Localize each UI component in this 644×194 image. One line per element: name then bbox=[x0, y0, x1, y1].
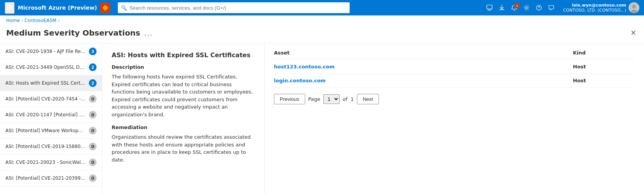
main-layout: ASI: CVE-2020-1938 - AJP File Re... 3 AS… bbox=[0, 43, 644, 194]
page-select[interactable]: 1 bbox=[323, 94, 340, 104]
list-item[interactable]: ASI: CVE-2021-20023 - SonicWall ... 0 bbox=[0, 155, 102, 170]
list-item-label: ASI: CVE-2021-20023 - SonicWall ... bbox=[5, 160, 86, 165]
asset-link[interactable]: host123.contoso.com bbox=[274, 64, 335, 70]
description-label: Description bbox=[112, 64, 255, 70]
page-title: Medium Severity Observations bbox=[6, 28, 140, 37]
breadcrumb-home[interactable]: Home bbox=[6, 18, 20, 23]
settings-button[interactable] bbox=[521, 3, 532, 12]
asset-table: Asset Kind host123.contoso.com Host logi… bbox=[265, 44, 644, 194]
top-navigation: ☰ Microsoft Azure (Preview) 🔶 🔍 1 lois.w… bbox=[0, 0, 644, 15]
hamburger-menu[interactable]: ☰ bbox=[5, 2, 15, 14]
breadcrumb-contoso[interactable]: ContosoEASM bbox=[24, 18, 56, 23]
list-item-label: ASI: [Potential] VMware Workspac... bbox=[5, 128, 86, 133]
list-item-label: ASI: CVE-2021-3449 OpenSSL De... bbox=[5, 65, 86, 70]
list-item-label: ASI: Hosts with Expired SSL Certifi... bbox=[5, 80, 86, 86]
svg-rect-0 bbox=[487, 5, 492, 9]
col-header-kind: Kind bbox=[573, 50, 635, 56]
list-item-badge: 0 bbox=[89, 174, 97, 182]
list-item-label: ASI: CVE-2020-1938 - AJP File Re... bbox=[5, 49, 86, 54]
list-item-label: ASI: [Potential] CVE-2020-7454 - ... bbox=[5, 96, 86, 102]
user-avatar bbox=[629, 2, 639, 13]
list-item[interactable]: ASI: Hosts with Expired SSL Certifi... 2 bbox=[0, 75, 102, 91]
list-item-label: ASI: [Potential] CVE-2021-20399 -... bbox=[5, 175, 86, 181]
detail-description: ASI: Hosts with Expired SSL Certificates… bbox=[102, 44, 265, 194]
page-label: Page bbox=[308, 96, 320, 102]
list-item-badge: 0 bbox=[89, 111, 97, 119]
list-item[interactable]: ASI: [Potential] CVE-2019-15880 -... 0 bbox=[0, 139, 102, 155]
list-item-badge: 2 bbox=[89, 63, 97, 71]
help-button[interactable] bbox=[534, 3, 544, 12]
app-title: Microsoft Azure (Preview) bbox=[18, 5, 97, 11]
asset-link[interactable]: login.contoso.com bbox=[274, 78, 326, 83]
list-item[interactable]: ASI: CVE-2020-1938 - AJP File Re... 3 bbox=[0, 44, 102, 60]
more-options-button[interactable]: ... bbox=[144, 29, 153, 37]
list-item-badge: 3 bbox=[89, 48, 97, 55]
of-label: of bbox=[343, 96, 348, 102]
svg-point-6 bbox=[539, 9, 539, 9]
top-nav-actions: 1 bbox=[484, 3, 557, 12]
next-button[interactable]: Next bbox=[357, 94, 379, 104]
remediation-text: Organizations should review the certific… bbox=[112, 133, 255, 163]
breadcrumb-sep-2: › bbox=[58, 19, 59, 23]
svg-point-8 bbox=[632, 5, 636, 9]
list-item-badge: 0 bbox=[89, 158, 97, 166]
breadcrumb: Home › ContosoEASM › bbox=[0, 15, 644, 26]
sidebar-list: ASI: CVE-2020-1938 - AJP File Re... 3 AS… bbox=[0, 44, 102, 194]
description-text: The following hosts have expired SSL Cer… bbox=[112, 73, 255, 118]
table-row: host123.contoso.com Host bbox=[274, 60, 635, 74]
list-item[interactable]: ASI: CVE-2021-3449 OpenSSL De... 2 bbox=[0, 60, 102, 75]
list-item-badge: 0 bbox=[89, 127, 97, 134]
app-icon: 🔶 bbox=[100, 3, 110, 13]
previous-button[interactable]: Previous bbox=[274, 94, 305, 104]
list-item-badge: 2 bbox=[89, 79, 97, 87]
notifications-button[interactable]: 1 bbox=[509, 3, 520, 12]
col-header-asset: Asset bbox=[274, 50, 573, 56]
monitor-button[interactable] bbox=[484, 3, 495, 12]
list-item-label: ASI: [Potential] CVE-2019-15880 -... bbox=[5, 144, 86, 149]
close-button[interactable]: ✕ bbox=[629, 27, 638, 39]
list-item[interactable]: ASI: [Potential] VMware Workspac... 0 bbox=[0, 123, 102, 139]
breadcrumb-sep-1: › bbox=[21, 19, 23, 23]
page-dropdown[interactable]: 1 bbox=[323, 94, 340, 104]
detail-title: ASI: Hosts with Expired SSL Certificates bbox=[112, 51, 255, 59]
asset-cell: login.contoso.com bbox=[274, 78, 573, 83]
pagination: Previous Page 1 of 1 Next bbox=[274, 94, 635, 104]
user-org: CONTOSO, LTD. (CONTOSO...) bbox=[563, 8, 626, 13]
remediation-label: Remediation bbox=[112, 124, 255, 130]
content-area: ASI: Hosts with Expired SSL Certificates… bbox=[102, 44, 644, 194]
feedback-button[interactable] bbox=[546, 3, 557, 12]
search-bar[interactable]: 🔍 bbox=[118, 2, 350, 13]
svg-point-4 bbox=[526, 7, 528, 9]
search-input[interactable] bbox=[129, 5, 347, 11]
table-row: login.contoso.com Host bbox=[274, 74, 635, 88]
search-icon: 🔍 bbox=[121, 5, 127, 11]
notification-badge: 1 bbox=[514, 3, 520, 9]
table-header: Asset Kind bbox=[274, 50, 635, 59]
user-email: lois.wyn@contoso.com bbox=[563, 3, 626, 8]
page-header: Medium Severity Observations ... ✕ bbox=[0, 26, 644, 43]
asset-cell: host123.contoso.com bbox=[274, 64, 573, 70]
total-pages: 1 bbox=[351, 96, 354, 102]
list-item-label: ASI: CVE-2020-1147 [Potential] .N... bbox=[5, 112, 86, 117]
download-button[interactable] bbox=[496, 3, 507, 12]
user-profile[interactable]: lois.wyn@contoso.com CONTOSO, LTD. (CONT… bbox=[563, 2, 639, 13]
kind-cell: Host bbox=[573, 64, 635, 70]
list-item[interactable]: ASI: CVE-2020-1147 [Potential] .N... 0 bbox=[0, 107, 102, 123]
list-item-badge: 0 bbox=[89, 143, 97, 150]
list-item[interactable]: ASI: [Potential] CVE-2020-7454 - ... 0 bbox=[0, 91, 102, 107]
kind-cell: Host bbox=[573, 78, 635, 83]
list-item[interactable]: ASI: [Potential] CVE-2021-20399 -... 0 bbox=[0, 170, 102, 186]
list-item-badge: 0 bbox=[89, 95, 97, 103]
